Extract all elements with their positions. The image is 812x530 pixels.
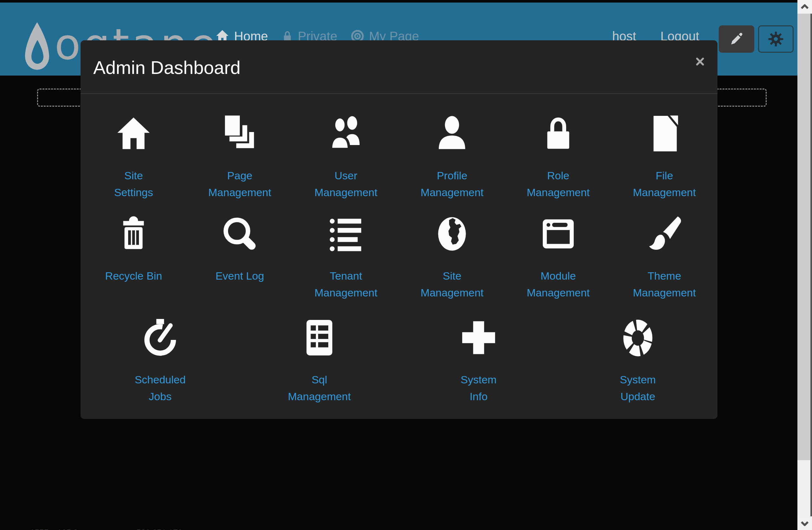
medical-cross-icon <box>459 318 498 357</box>
close-icon <box>695 57 705 66</box>
tile-tenant-management[interactable]: TenantManagement <box>293 215 399 301</box>
tile-sql-management[interactable]: SqlManagement <box>240 318 399 405</box>
tile-label: SiteManagement <box>421 268 483 301</box>
tile-label: ProfileManagement <box>421 167 483 201</box>
tile-user-management[interactable]: UserManagement <box>293 114 399 201</box>
tile-label: ModuleManagement <box>527 268 590 301</box>
bottom-clipped-text-left: 1555 x 165.0v <box>30 528 82 530</box>
chevron-down-icon <box>799 518 810 529</box>
tile-role-management[interactable]: RoleManagement <box>505 114 611 201</box>
tile-label: FileManagement <box>633 167 696 201</box>
admin-dashboard-modal: Admin Dashboard SiteSettingsPageManageme… <box>81 40 717 419</box>
lock-icon <box>539 114 578 153</box>
tile-scheduled-jobs[interactable]: ScheduledJobs <box>81 318 240 405</box>
tile-label: Recycle Bin <box>105 268 162 284</box>
brush-icon <box>645 215 684 253</box>
edit-mode-button[interactable] <box>719 25 754 53</box>
gear-icon <box>768 31 784 47</box>
pencil-icon <box>729 32 744 46</box>
tile-label: RoleManagement <box>527 167 590 201</box>
modal-title: Admin Dashboard <box>93 58 241 77</box>
tile-label: UserManagement <box>314 167 377 201</box>
scrollbar-thumb[interactable] <box>797 14 812 460</box>
person-icon <box>433 114 472 153</box>
tile-label: ScheduledJobs <box>135 371 186 405</box>
tile-file-management[interactable]: FileManagement <box>611 114 717 201</box>
tile-label: SystemUpdate <box>620 371 656 405</box>
timer-icon <box>141 318 179 357</box>
scrollbar-up-button[interactable] <box>797 0 812 14</box>
people-icon <box>327 114 365 153</box>
tile-event-log[interactable]: Event Log <box>187 215 293 301</box>
browser-icon <box>539 215 578 253</box>
tile-label: SqlManagement <box>288 371 351 405</box>
vertical-scrollbar[interactable] <box>797 0 812 530</box>
tile-row: Recycle BinEvent LogTenantManagementSite… <box>81 215 717 301</box>
tile-theme-management[interactable]: ThemeManagement <box>611 215 717 301</box>
tile-label: ThemeManagement <box>633 268 696 301</box>
spreadsheet-icon <box>300 318 339 357</box>
tile-site-management[interactable]: SiteManagement <box>399 215 505 301</box>
tile-label: SiteSettings <box>114 167 153 201</box>
file-icon <box>645 114 684 153</box>
tile-label: SystemInfo <box>461 371 496 405</box>
close-button[interactable] <box>695 57 705 66</box>
tile-recycle-bin[interactable]: Recycle Bin <box>81 215 187 301</box>
tile-label: Event Log <box>215 268 264 284</box>
tile-row: ScheduledJobsSqlManagementSystemInfoSyst… <box>81 318 717 405</box>
window-edge <box>810 14 812 530</box>
oqtane-drop-logo-icon <box>22 22 51 75</box>
tile-module-management[interactable]: ModuleManagement <box>505 215 611 301</box>
app-screen: oqtane Home Private My Page hos <box>0 0 812 530</box>
trash-icon <box>114 215 153 253</box>
tile-profile-management[interactable]: ProfileManagement <box>399 114 505 201</box>
page-settings-button[interactable] <box>758 25 794 53</box>
tile-label: PageManagement <box>208 167 271 201</box>
bottom-clipped-text-right: 520 251 170 <box>136 528 183 530</box>
chevron-up-icon <box>799 2 810 12</box>
tile-system-update[interactable]: SystemUpdate <box>558 318 717 405</box>
magnifier-icon <box>220 215 259 253</box>
tile-row: SiteSettingsPageManagementUserManagement… <box>81 114 717 201</box>
scrollbar-down-button[interactable] <box>797 516 812 530</box>
tile-page-management[interactable]: PageManagement <box>187 114 293 201</box>
layers-icon <box>220 114 259 153</box>
modal-header: Admin Dashboard <box>81 40 717 94</box>
tile-label: TenantManagement <box>314 268 377 301</box>
aperture-icon <box>619 318 657 357</box>
tile-system-info[interactable]: SystemInfo <box>399 318 558 405</box>
globe-icon <box>433 215 472 253</box>
list-icon <box>327 215 365 253</box>
tile-site-settings[interactable]: SiteSettings <box>81 114 187 201</box>
home-icon <box>114 114 153 153</box>
